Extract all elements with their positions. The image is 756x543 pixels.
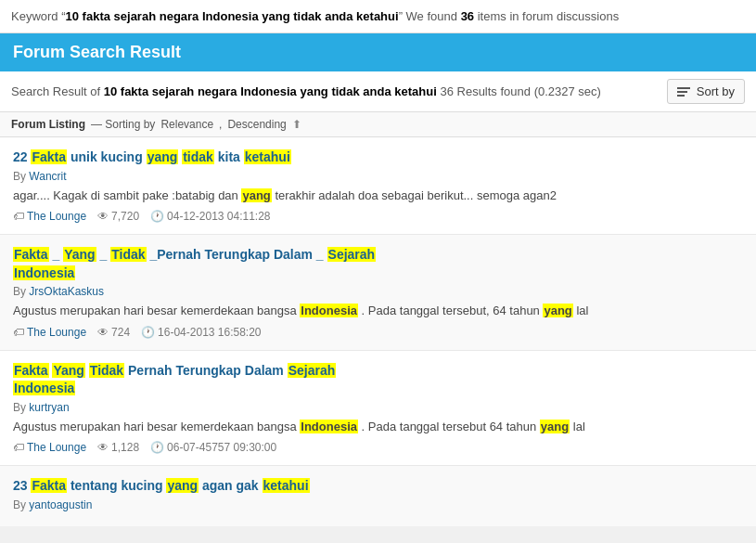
result-count: 36 bbox=[461, 9, 474, 23]
header-title: Forum Search Result bbox=[13, 43, 181, 61]
date-item: 16-04-2013 16:58:20 bbox=[141, 326, 261, 339]
by-author: By yantoagustin bbox=[13, 498, 743, 511]
views-count: 1,128 bbox=[111, 441, 139, 454]
highlight: yang bbox=[543, 304, 572, 317]
highlight: Fakta bbox=[31, 149, 67, 164]
highlight: yang bbox=[166, 478, 199, 493]
author-link[interactable]: Wancrit bbox=[29, 170, 66, 183]
sort-method: Relevance bbox=[160, 118, 213, 131]
comma: , bbox=[219, 118, 222, 131]
highlight: Sejarah bbox=[327, 247, 377, 262]
result-title-link[interactable]: Fakta _ Yang _ Tidak _Pernah Terungkap D… bbox=[13, 247, 376, 280]
result-title-link[interactable]: 23 Fakta tentang kucing yang agan gak ke… bbox=[13, 478, 310, 493]
views-item: 724 bbox=[97, 326, 130, 339]
top-bar: Keyword “10 fakta sejarah negara Indones… bbox=[0, 0, 756, 33]
highlight: ketahui bbox=[263, 478, 310, 493]
by-author: By kurtryan bbox=[13, 401, 743, 414]
search-info-bar: Search Result of 10 fakta sejarah negara… bbox=[0, 71, 756, 112]
views-item: 7,720 bbox=[97, 210, 139, 223]
highlight: Indonesia bbox=[13, 381, 75, 395]
tag-item: The Lounge bbox=[13, 210, 86, 223]
tag-item: The Lounge bbox=[13, 326, 86, 339]
tag-item: The Lounge bbox=[13, 441, 86, 454]
search-keyword: 10 fakta sejarah negara Indonesia yang t… bbox=[104, 84, 437, 98]
highlight: yang bbox=[147, 149, 179, 164]
tag-link[interactable]: The Lounge bbox=[27, 326, 86, 339]
keyword-label: Keyword bbox=[11, 9, 58, 23]
result-item: 22 Fakta unik kucing yang tidak kita ket… bbox=[0, 137, 756, 235]
clock-icon bbox=[150, 441, 164, 454]
author-link[interactable]: yantoagustin bbox=[29, 498, 92, 511]
sort-by-button[interactable]: Sort by bbox=[667, 79, 745, 104]
highlight: ketahui bbox=[244, 149, 291, 164]
views-count: 7,720 bbox=[111, 210, 139, 223]
views-item: 1,128 bbox=[97, 441, 139, 454]
result-title: Fakta _ Yang _ Tidak _Pernah Terungkap D… bbox=[13, 246, 743, 282]
eye-icon bbox=[97, 326, 109, 339]
forum-search-result-header: Forum Search Result bbox=[0, 33, 756, 71]
found-text: We found bbox=[406, 9, 457, 23]
forum-listing-label: Forum Listing bbox=[11, 118, 85, 131]
snippet: agar.... Kagak di sambit pake :batabig d… bbox=[13, 187, 743, 205]
tag-icon bbox=[13, 326, 24, 339]
result-item: Fakta Yang Tidak Pernah Terungkap Dalam … bbox=[0, 351, 756, 467]
highlight: Indonesia bbox=[13, 265, 75, 280]
search-info-text: Search Result of 10 fakta sejarah negara… bbox=[11, 84, 601, 98]
sort-lines-icon bbox=[677, 87, 690, 97]
tag-link[interactable]: The Lounge bbox=[27, 441, 86, 454]
search-results-found: 36 Results found (0.2327 sec) bbox=[440, 84, 600, 98]
post-date: 16-04-2013 16:58:20 bbox=[158, 326, 261, 339]
in-text: items in forum discussions bbox=[478, 9, 619, 23]
listing-bar: Forum Listing — Sorting by Relevance, De… bbox=[0, 112, 756, 137]
result-item: Fakta _ Yang _ Tidak _Pernah Terungkap D… bbox=[0, 235, 756, 351]
highlight: Tidak bbox=[110, 247, 146, 262]
meta-bar: The Lounge 724 16-04-2013 16:58:20 bbox=[13, 326, 743, 339]
highlight: Fakta bbox=[31, 478, 67, 493]
snippet: Agustus merupakan hari besar kemerdekaan… bbox=[13, 418, 743, 436]
eye-icon bbox=[97, 210, 109, 223]
highlight: yang bbox=[241, 188, 271, 202]
sorting-by-text: — Sorting by bbox=[91, 118, 155, 131]
highlight: Fakta bbox=[13, 247, 49, 262]
highlight: Indonesia bbox=[300, 420, 358, 433]
result-title-link[interactable]: Fakta Yang Tidak Pernah Terungkap Dalam … bbox=[13, 363, 336, 396]
author-link[interactable]: kurtryan bbox=[29, 401, 69, 414]
meta-bar: The Lounge 1,128 06-07-45757 09:30:00 bbox=[13, 441, 743, 454]
date-item: 04-12-2013 04:11:28 bbox=[150, 210, 270, 223]
by-author: By JrsOktaKaskus bbox=[13, 285, 743, 298]
result-title: 22 Fakta unik kucing yang tidak kita ket… bbox=[13, 149, 743, 167]
date-item: 06-07-45757 09:30:00 bbox=[150, 441, 276, 454]
sort-order: Descending bbox=[227, 118, 286, 131]
post-date: 06-07-45757 09:30:00 bbox=[167, 441, 276, 454]
result-title: 23 Fakta tentang kucing yang agan gak ke… bbox=[13, 477, 743, 496]
author-link[interactable]: JrsOktaKaskus bbox=[29, 285, 104, 298]
result-item: 23 Fakta tentang kucing yang agan gak ke… bbox=[0, 466, 756, 526]
highlight: Tidak bbox=[89, 363, 124, 378]
highlight: Fakta bbox=[13, 363, 49, 378]
tag-icon bbox=[13, 441, 24, 454]
sort-button-label: Sort by bbox=[697, 84, 735, 98]
result-title-link[interactable]: 22 Fakta unik kucing yang tidak kita ket… bbox=[13, 149, 291, 164]
tag-link[interactable]: The Lounge bbox=[27, 210, 86, 223]
highlight: Yang bbox=[52, 363, 84, 378]
result-title: Fakta Yang Tidak Pernah Terungkap Dalam … bbox=[13, 362, 743, 398]
highlight: Yang bbox=[63, 247, 96, 262]
meta-bar: The Lounge 7,720 04-12-2013 04:11:28 bbox=[13, 210, 743, 223]
highlight: tidak bbox=[182, 149, 214, 164]
upload-icon: ⬆ bbox=[292, 118, 301, 131]
clock-icon bbox=[141, 326, 155, 339]
highlight: Indonesia bbox=[300, 304, 358, 317]
post-date: 04-12-2013 04:11:28 bbox=[167, 210, 270, 223]
keyword-text: 10 fakta sejarah negara Indonesia yang t… bbox=[66, 9, 399, 23]
clock-icon bbox=[150, 210, 164, 223]
eye-icon bbox=[97, 441, 109, 454]
tag-icon bbox=[13, 210, 24, 223]
snippet: Agustus merupakan hari besar kemerdekaan… bbox=[13, 302, 743, 320]
search-prefix: Search Result of bbox=[11, 84, 100, 98]
views-count: 724 bbox=[111, 326, 130, 339]
results-container: 22 Fakta unik kucing yang tidak kita ket… bbox=[0, 137, 756, 526]
highlight: yang bbox=[540, 420, 570, 433]
by-author: By Wancrit bbox=[13, 170, 743, 183]
highlight: Sejarah bbox=[288, 363, 337, 378]
